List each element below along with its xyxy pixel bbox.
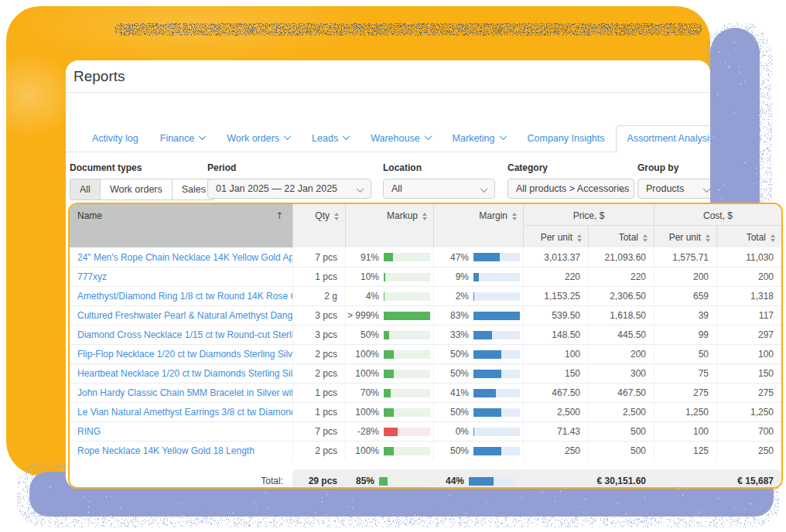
tab[interactable]: Leads (301, 126, 360, 152)
tab[interactable]: Finance (149, 126, 216, 152)
markup-bar (384, 292, 430, 301)
row-margin-cell: 50% (433, 363, 523, 383)
tab[interactable]: Warehouse (360, 126, 441, 152)
markup-bar-fill (379, 477, 388, 486)
row-qty-cell: 7 pcs (292, 247, 345, 267)
row-markup-cell: -28% (345, 421, 433, 441)
filter-label: Group by (637, 162, 710, 173)
row-cost-unit-cell: 100 (654, 421, 716, 441)
margin-bar (473, 447, 520, 455)
sort-asc-icon: ↑ (275, 210, 283, 221)
row-cost-total-cell: 150 (716, 363, 781, 383)
markup-bar-fill (384, 350, 394, 359)
product-link[interactable]: Flip-Flop Necklace 1/20 ct tw Diamonds S… (77, 349, 292, 360)
margin-bar (473, 350, 520, 359)
row-margin-cell: 9% (433, 267, 523, 286)
product-link[interactable]: 777xyz (77, 271, 107, 282)
margin-bar-fill (473, 370, 501, 378)
tab[interactable]: Company Insights (517, 126, 616, 152)
chevron-down-icon (499, 132, 507, 140)
margin-bar (473, 408, 520, 417)
markup-bar-fill (384, 370, 394, 378)
product-link[interactable]: 24" Men's Rope Chain Necklace 14K Yellow… (77, 252, 292, 263)
product-link[interactable]: Cultured Freshwater Pearl & Natural Amet… (77, 310, 292, 321)
row-price-total-cell: 467.50 (588, 383, 654, 402)
markup-bar-fill (384, 292, 384, 301)
product-link[interactable]: Heartbeat Necklace 1/20 ct tw Diamonds S… (77, 368, 292, 379)
markup-bar-fill (384, 273, 385, 281)
column-header-cost-total[interactable]: Total (716, 226, 781, 247)
category-select[interactable]: All products > Accessories (507, 179, 634, 199)
tab[interactable]: Assortment Analysis (616, 125, 710, 152)
row-cost-total-cell: 700 (716, 421, 781, 441)
tab[interactable]: Work orders (216, 126, 301, 152)
row-margin-cell: 33% (433, 325, 523, 344)
row-price-total-cell: 445.50 (588, 325, 654, 344)
row-name-cell: Le Vian Natural Amethyst Earrings 3/8 ct… (70, 402, 292, 421)
row-name-cell: John Hardy Classic Chain 5MM Bracelet in… (70, 383, 292, 402)
product-link[interactable]: Diamond Cross Necklace 1/15 ct tw Round-… (77, 329, 292, 340)
location-select[interactable]: All (383, 179, 495, 199)
row-cost-unit-cell: 659 (654, 286, 716, 305)
margin-bar-fill (473, 350, 501, 359)
row-markup-cell: 100% (345, 344, 433, 363)
product-link[interactable]: RING (77, 426, 101, 437)
row-price-total-cell: 220 (588, 267, 654, 286)
markup-bar-fill (384, 428, 398, 436)
tab-label: Marketing (453, 133, 495, 144)
tab-label: Activity log (92, 133, 138, 144)
location-value: All (391, 183, 402, 194)
row-cost-unit-cell: 50 (654, 344, 716, 363)
product-link[interactable]: Amethyst/Diamond Ring 1/8 ct tw Round 14… (77, 291, 292, 302)
row-markup-cell: 10% (345, 267, 433, 286)
filter-category: Category All products > Accessories (507, 162, 634, 199)
markup-bar-fill (384, 447, 394, 455)
product-link[interactable]: John Hardy Classic Chain 5MM Bracelet in… (77, 387, 292, 398)
row-price-unit-cell: 467.50 (523, 383, 588, 402)
column-header-cost-per-unit[interactable]: Per unit (654, 226, 716, 247)
column-header-markup[interactable]: Markup (345, 204, 433, 247)
tab-label: Finance (160, 133, 194, 144)
document-type-button[interactable]: Work orders (100, 179, 173, 200)
row-markup-cell: 100% (345, 402, 433, 421)
column-header-margin[interactable]: Margin (433, 204, 523, 247)
column-header-qty[interactable]: Qty (292, 204, 345, 247)
markup-bar (384, 350, 430, 359)
filter-period: Period 01 Jan 2025 — 22 Jan 2025 (207, 162, 371, 199)
markup-bar (384, 428, 430, 436)
product-link[interactable]: Rope Necklace 14K Yellow Gold 18 Length (77, 445, 255, 456)
tab[interactable]: Activity log (81, 126, 149, 152)
row-markup-cell: 91% (345, 247, 433, 267)
product-link[interactable]: Le Vian Natural Amethyst Earrings 3/8 ct… (77, 407, 292, 418)
document-type-button[interactable]: All (70, 179, 101, 200)
chevron-down-icon (703, 185, 710, 193)
period-select[interactable]: 01 Jan 2025 — 22 Jan 2025 (207, 179, 371, 199)
row-cost-unit-cell: 200 (654, 267, 716, 286)
chevron-down-icon (199, 132, 207, 140)
tab-label: Work orders (227, 133, 279, 144)
markup-bar-fill (384, 253, 393, 261)
column-header-price-total[interactable]: Total (588, 226, 654, 247)
table-spacer (70, 460, 781, 469)
margin-bar (473, 370, 520, 378)
filter-group-by: Group by Products (637, 162, 710, 199)
column-header-name[interactable]: Name ↑ (70, 204, 292, 247)
filter-document-types: Document types AllWork ordersSales (70, 162, 216, 200)
margin-bar (473, 428, 520, 436)
row-cost-total-cell: 297 (716, 325, 781, 344)
row-price-unit-cell: 539.50 (523, 305, 588, 325)
row-price-unit-cell: 220 (523, 267, 588, 286)
group-by-select[interactable]: Products (637, 179, 710, 199)
row-name-cell: Flip-Flop Necklace 1/20 ct tw Diamonds S… (70, 344, 292, 363)
margin-bar-fill (473, 389, 496, 397)
tab[interactable]: Marketing (442, 126, 517, 152)
row-markup-cell: 4% (345, 286, 433, 305)
category-value: All products > Accessories (516, 183, 629, 194)
row-name-cell: RING (70, 421, 292, 441)
markup-bar-fill (384, 408, 394, 417)
tab-label: Warehouse (371, 133, 419, 144)
row-cost-total-cell: 1,250 (716, 402, 781, 421)
markup-bar-fill (384, 389, 391, 397)
row-cost-total-cell: 117 (716, 305, 781, 325)
column-header-price-per-unit[interactable]: Per unit (523, 226, 588, 247)
